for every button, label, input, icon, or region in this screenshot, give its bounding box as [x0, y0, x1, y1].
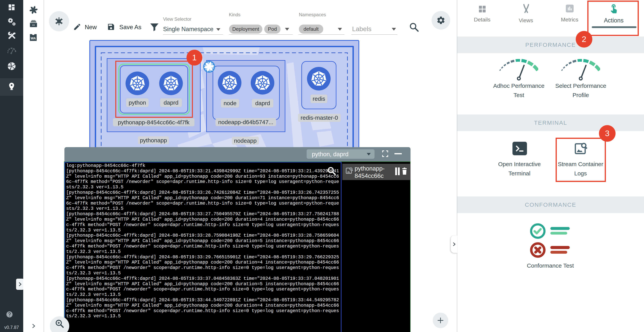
svg-text:WA: WA — [31, 36, 36, 40]
